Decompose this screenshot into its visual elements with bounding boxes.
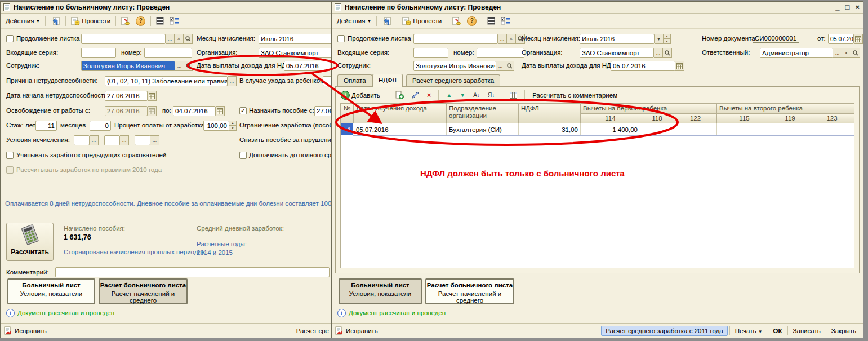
select-button[interactable]: ... <box>228 76 237 86</box>
reason-input[interactable]: (01, 02, 10, 11) Заболевание или травма <box>105 76 228 86</box>
list-settings-button[interactable] <box>153 16 167 26</box>
sort-desc-button[interactable]: Я↓ <box>485 91 497 99</box>
col-115-header[interactable]: 115 <box>717 114 772 123</box>
seniority-years-input[interactable]: 11 <box>35 121 57 131</box>
sort-asc-button[interactable]: А↓ <box>470 91 483 99</box>
condition3-input[interactable] <box>135 135 150 145</box>
select-button[interactable]: ... <box>175 61 184 71</box>
employee-input[interactable]: Золотухин Игорь Иванович <box>413 61 496 71</box>
minimize-button[interactable]: _ <box>835 3 839 12</box>
release-from-input[interactable]: 27.06.2016 <box>105 106 148 116</box>
series-input[interactable] <box>81 48 116 58</box>
clear-button[interactable]: × <box>175 34 184 44</box>
col-118-header[interactable]: 118 <box>640 114 674 123</box>
clear-button[interactable]: × <box>842 48 851 58</box>
avg-earnings-2011-button[interactable]: Расчет среднего заработка с 2011 года <box>601 326 727 336</box>
release-to-input[interactable]: 04.07.2016 <box>173 106 216 116</box>
continuation-checkbox[interactable] <box>337 35 345 42</box>
select-button[interactable]: ... <box>166 34 175 44</box>
fix-button[interactable]: Исправить <box>346 327 378 334</box>
edit-row-button[interactable] <box>409 90 422 100</box>
seniority-months-input[interactable]: 0 <box>90 121 111 131</box>
calendar-button[interactable] <box>216 106 225 116</box>
save-button[interactable]: Записать <box>790 326 824 335</box>
ndfl-date-input[interactable]: 05.07.2016 <box>284 61 330 71</box>
prev-insurers-checkbox[interactable] <box>6 152 14 159</box>
help-button[interactable]: ? <box>133 15 148 27</box>
assign-benefit-checkbox[interactable]: ✓ <box>239 107 247 114</box>
number-input[interactable] <box>144 48 192 58</box>
row-119-cell[interactable] <box>772 123 808 136</box>
tab-sick-list-calc[interactable]: Расчет больничного листа Расчет начислен… <box>99 278 188 304</box>
continuation-checkbox[interactable] <box>6 35 14 42</box>
select-button[interactable]: ... <box>654 48 663 58</box>
calendar-button[interactable] <box>675 61 684 71</box>
row-118-cell[interactable] <box>640 123 674 136</box>
row-date-cell[interactable]: 05.07.2016 <box>354 123 447 136</box>
series-input[interactable] <box>413 48 448 58</box>
reread-button[interactable] <box>48 16 63 26</box>
col-ndfl-header[interactable]: НДФЛ <box>519 104 581 123</box>
delete-row-button[interactable]: × <box>424 90 434 100</box>
close-button[interactable]: × <box>855 3 860 12</box>
month-input[interactable]: Июль 2016 <box>580 34 655 44</box>
col-date-header[interactable]: Дата получения дохода <box>354 104 447 123</box>
post-button[interactable]: Провести <box>68 16 113 26</box>
list-settings-button[interactable] <box>484 16 498 26</box>
doc-number-value[interactable]: СИ000000001 <box>753 35 799 43</box>
group-second-child-header[interactable]: Вычеты на второго ребенка <box>717 104 854 114</box>
move-up-button[interactable]: ▲ <box>443 91 455 100</box>
calendar-button[interactable] <box>854 34 863 44</box>
ndfl-date-input[interactable]: 05.07.2016 <box>611 61 675 71</box>
col-123-header[interactable]: 123 <box>808 114 854 123</box>
move-down-button[interactable]: ▼ <box>457 91 468 100</box>
doc-movements-button[interactable] <box>449 16 464 26</box>
add-row-button[interactable]: +Добавить <box>338 90 383 101</box>
continuation-input[interactable] <box>81 34 166 44</box>
assign-date-input[interactable]: 27.06.2 <box>314 106 333 116</box>
left-titlebar[interactable]: Начисление по больничному листу: Проведе… <box>1 2 332 14</box>
select-button[interactable]: ... <box>496 61 505 71</box>
tab-sick-list[interactable]: Больничный лист Условия, показатели <box>339 278 422 304</box>
open-button[interactable] <box>184 34 193 44</box>
row-114-cell[interactable]: 1 400,00 <box>581 123 640 136</box>
pay-full-checkbox[interactable] <box>239 152 247 159</box>
grid-settings-button[interactable] <box>507 91 520 100</box>
month-input[interactable]: Июль 2016 <box>259 34 333 44</box>
open-button[interactable] <box>663 48 672 58</box>
spinner[interactable]: ▲▼ <box>664 34 671 44</box>
calculate-button[interactable]: Рассчитать <box>6 223 54 261</box>
doc-movements-button[interactable] <box>118 16 133 26</box>
select-button[interactable]: ... <box>833 48 842 58</box>
actions-button[interactable]: Действия▼ <box>334 16 374 25</box>
open-button[interactable] <box>505 61 514 71</box>
clear-button[interactable]: × <box>507 34 516 44</box>
condition1-input[interactable] <box>74 135 90 145</box>
select-button[interactable]: ... <box>150 135 159 145</box>
row-122-cell[interactable] <box>674 123 717 136</box>
employee-input[interactable]: Золотухин Игорь Иванович <box>81 61 175 71</box>
print-button[interactable]: Печать ▼ <box>732 326 766 335</box>
open-button[interactable] <box>184 61 193 71</box>
row-ndfl-cell[interactable]: 31,00 <box>519 123 581 136</box>
continuation-input[interactable] <box>413 34 498 44</box>
row-123-cell[interactable] <box>808 123 854 136</box>
close-button[interactable]: Закрыть <box>828 326 860 335</box>
help-button[interactable]: ? <box>464 15 479 27</box>
copy-row-button[interactable] <box>393 90 407 100</box>
fix-button[interactable]: Исправить <box>15 327 47 334</box>
comment-input[interactable] <box>55 267 330 277</box>
calendar-button[interactable] <box>148 91 157 101</box>
tab-sick-list-calc[interactable]: Расчет больничного листа Расчет начислен… <box>425 278 514 304</box>
doc-date-input[interactable]: 05.07.2016 <box>828 34 854 44</box>
start-date-input[interactable]: 27.06.2016 <box>105 91 148 101</box>
col-114-header[interactable]: 114 <box>581 114 640 123</box>
reversed-link[interactable]: Сторнированы начисления прошлых периодов <box>64 249 205 255</box>
select-button[interactable]: ... <box>498 34 507 44</box>
col-122-header[interactable]: 122 <box>674 114 717 123</box>
select-button[interactable]: ... <box>90 135 99 145</box>
actions-button[interactable]: Действия▼ <box>3 16 43 25</box>
spinner[interactable]: ▲▼ <box>229 121 237 131</box>
avg-daily-link[interactable]: Средний дневной заработок: <box>197 225 284 232</box>
condition2-input[interactable] <box>104 135 120 145</box>
